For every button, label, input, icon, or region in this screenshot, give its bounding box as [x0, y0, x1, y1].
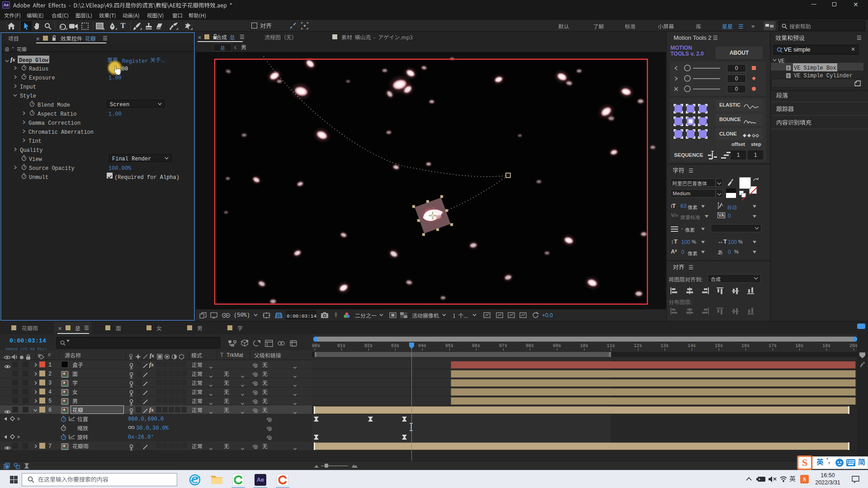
- svg-text:8: 8: [787, 66, 789, 70]
- svg-text:A: A: [720, 202, 723, 207]
- svg-text:8: 8: [787, 74, 789, 78]
